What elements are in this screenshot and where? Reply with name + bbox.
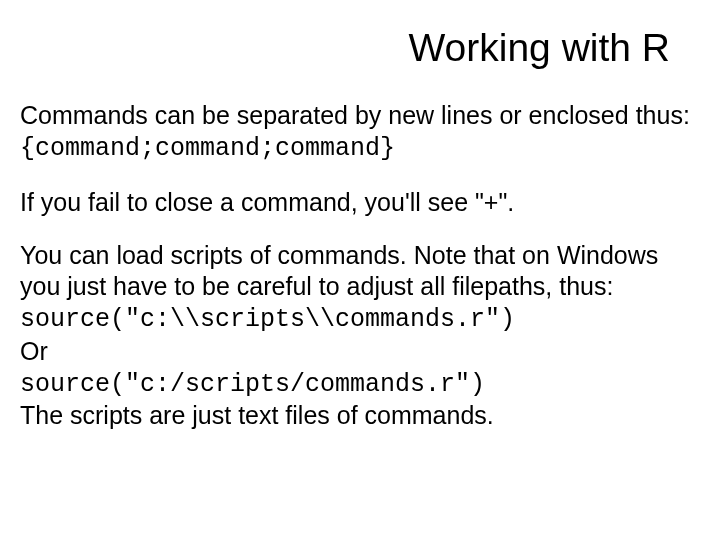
p3-text-2: The scripts are just text files of comma… [20, 401, 494, 429]
slide-body: Commands can be separated by new lines o… [20, 100, 700, 431]
paragraph-2: If you fail to close a command, you'll s… [20, 187, 700, 218]
p1-code: {command;command;command} [20, 134, 395, 163]
paragraph-1: Commands can be separated by new lines o… [20, 100, 700, 165]
paragraph-3: You can load scripts of commands. Note t… [20, 240, 700, 432]
slide: Working with R Commands can be separated… [0, 0, 720, 540]
p3-code-2: source("c:/scripts/commands.r") [20, 370, 485, 399]
p3-code-1: source("c:\\scripts\\commands.r") [20, 305, 515, 334]
slide-title: Working with R [20, 26, 670, 70]
p2-text: If you fail to close a command, you'll s… [20, 188, 514, 216]
p3-text-1: You can load scripts of commands. Note t… [20, 241, 658, 300]
p1-text: Commands can be separated by new lines o… [20, 101, 690, 129]
p3-or: Or [20, 337, 48, 365]
